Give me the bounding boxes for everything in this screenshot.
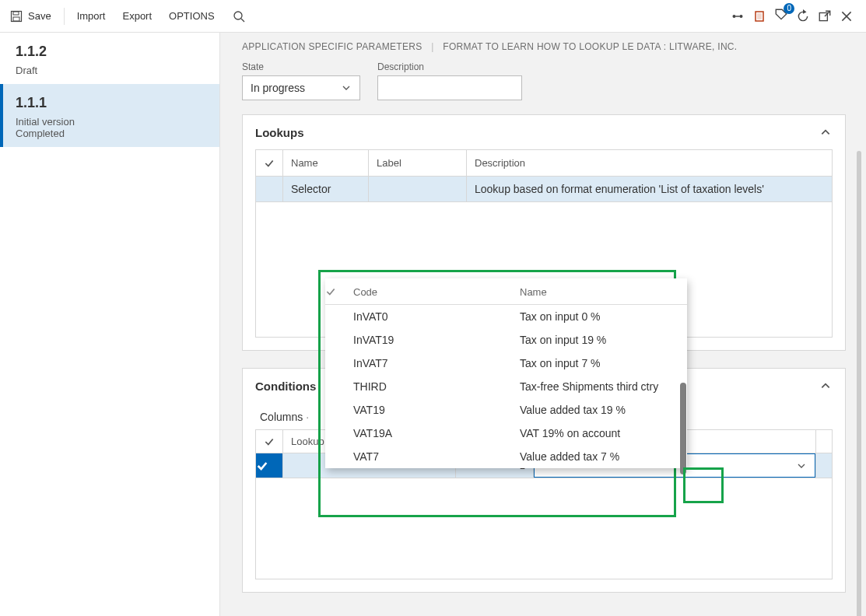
action-toolbar: Save Import Export OPTIONS 0 [0,0,866,33]
version-status: Draft [16,65,204,76]
lookups-header[interactable]: Lookups [243,115,845,149]
export-label: Export [122,10,152,22]
row-selected-indicator[interactable] [256,453,283,478]
dropdown-header: Code Name [325,278,687,305]
sidebar-item-111[interactable]: 1.1.1 Initial version Completed [0,84,219,147]
svg-point-3 [234,12,242,19]
popout-icon[interactable] [818,9,832,23]
description-input[interactable] [377,75,522,100]
svg-rect-0 [12,11,22,21]
col-description[interactable]: Description [467,150,833,177]
row-check[interactable] [256,177,283,202]
lookups-grid: Name Label Description Selector Lookup b… [255,149,833,202]
svg-point-6 [739,14,742,17]
sidebar-item-112[interactable]: 1.1.2 Draft [0,33,219,84]
code-lookup-dropdown: Code Name InVAT0Tax on input 0 % InVAT19… [325,278,687,468]
version-sidebar: 1.1.2 Draft 1.1.1 Initial version Comple… [0,33,220,616]
cond-check-header[interactable] [256,430,283,453]
svg-line-4 [241,19,244,22]
dropdown-row[interactable]: THIRDTax-free Shipments third ctry [325,375,687,398]
lookups-title: Lookups [255,126,304,139]
svg-rect-9 [757,13,762,19]
conditions-grid-empty [255,478,833,579]
version-number: 1.1.2 [16,44,204,60]
save-button[interactable]: Save [2,5,59,28]
row-desc: Lookup based on format enumeration 'List… [467,177,833,202]
breadcrumb-a: APPLICATION SPECIFIC PARAMETERS [242,41,422,52]
svg-rect-2 [13,17,19,21]
svg-rect-1 [13,12,19,15]
chevron-up-icon [819,125,833,139]
header-form: State In progress Description [242,61,846,100]
breadcrumb: APPLICATION SPECIFIC PARAMETERS | FORMAT… [242,41,846,52]
dropdown-row[interactable]: InVAT7Tax on input 7 % [325,352,687,375]
chevron-down-icon [339,81,353,95]
dropdown-col-name[interactable]: Name [520,286,547,298]
row-name: Selector [283,177,369,202]
dropdown-row[interactable]: InVAT19Tax on input 19 % [325,328,687,352]
description-field-group: Description [377,61,522,100]
dropdown-col-code[interactable]: Code [353,286,520,298]
breadcrumb-b: FORMAT TO LEARN HOW TO LOOKUP LE DATA : … [443,41,737,52]
options-label: OPTIONS [169,10,215,22]
columns-label: Columns [260,411,303,423]
grid-check-header[interactable] [256,150,283,177]
dropdown-scrollbar[interactable] [680,383,686,474]
chevron-down-icon[interactable] [794,459,808,473]
toolbar-separator [64,8,65,25]
lookups-row[interactable]: Selector Lookup based on format enumerat… [256,177,833,202]
office-icon[interactable] [752,9,766,23]
search-icon [232,9,246,23]
dropdown-row[interactable]: VAT7Value added tax 7 % [325,445,687,468]
close-icon[interactable] [840,9,854,23]
cond-row-end [816,453,833,478]
svg-rect-10 [819,12,827,20]
col-label[interactable]: Label [369,150,467,177]
version-sub2: Completed [16,128,204,139]
version-number: 1.1.1 [16,95,204,111]
refresh-icon[interactable] [796,9,810,23]
breadcrumb-separator: | [431,41,433,52]
description-label: Description [377,61,522,72]
connector-icon[interactable] [731,9,745,23]
conditions-title: Conditions [255,380,316,393]
notifications-button[interactable]: 0 [774,8,788,24]
save-icon [9,9,23,23]
dropdown-row[interactable]: InVAT0Tax on input 0 % [325,305,687,328]
state-label: State [242,61,360,72]
save-label: Save [28,10,51,22]
import-button[interactable]: Import [69,5,114,26]
dropdown-check-header[interactable] [325,286,353,298]
options-button[interactable]: OPTIONS [161,5,223,26]
chevron-up-icon [819,379,833,393]
row-label [369,177,467,202]
dropdown-row[interactable]: VAT19Value added tax 19 % [325,398,687,422]
vertical-scrollbar[interactable] [857,151,861,616]
notifications-badge: 0 [784,3,794,14]
svg-point-5 [732,14,735,17]
state-value: In progress [251,82,305,94]
col-name[interactable]: Name [283,150,369,177]
state-select[interactable]: In progress [242,75,360,100]
version-sub1: Initial version [16,116,204,128]
cond-col-end [816,430,833,453]
dropdown-row[interactable]: VAT19AVAT 19% on account [325,422,687,445]
state-field-group: State In progress [242,61,360,100]
export-button[interactable]: Export [114,5,160,26]
search-button[interactable] [224,5,254,28]
import-label: Import [77,10,106,22]
